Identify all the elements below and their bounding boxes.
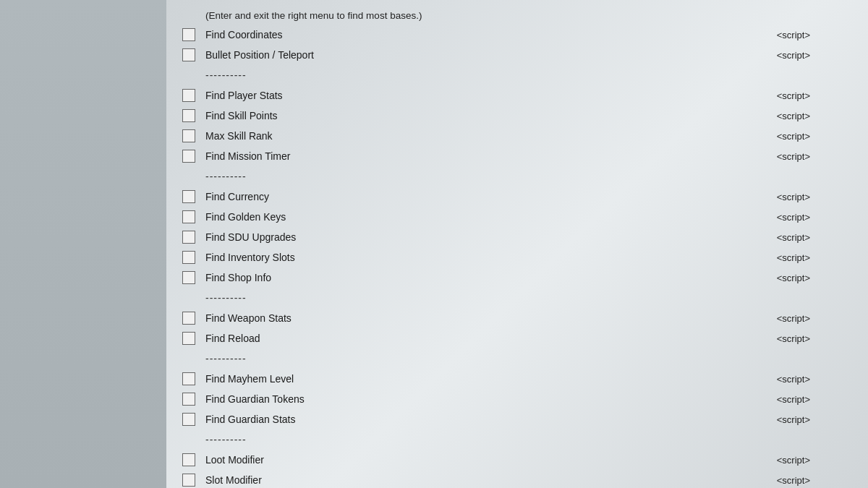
list-item: Max Skill Rank <script>: [181, 126, 854, 146]
item-checkbox[interactable]: [182, 231, 195, 244]
item-script: <script>: [777, 151, 854, 162]
items-container: Find Coordinates <script> Bullet Positio…: [181, 25, 854, 488]
item-checkbox[interactable]: [182, 89, 195, 102]
item-script: <script>: [777, 333, 854, 344]
item-label: Find Guardian Tokens: [205, 393, 777, 405]
item-label: Find Skill Points: [205, 110, 777, 121]
item-script: <script>: [777, 232, 854, 243]
item-checkbox[interactable]: [182, 413, 195, 426]
item-label: Find Weapon Stats: [205, 312, 777, 324]
separator-text: ----------: [205, 434, 247, 445]
checkbox-wrapper[interactable]: [181, 452, 197, 468]
item-script: <script>: [777, 374, 854, 385]
separator-row: ----------: [181, 429, 854, 450]
item-label: Find Shop Info: [205, 272, 777, 283]
list-item: Find SDU Upgrades <script>: [181, 227, 854, 247]
item-checkbox[interactable]: [182, 372, 195, 385]
checkbox-wrapper[interactable]: [181, 330, 197, 346]
list-item: Find Inventory Slots <script>: [181, 247, 854, 267]
checkbox-wrapper[interactable]: [181, 128, 197, 144]
checkbox-wrapper[interactable]: [181, 189, 197, 205]
list-item: Loot Modifier <script>: [181, 450, 854, 470]
separator-text: ----------: [205, 292, 247, 304]
item-script: <script>: [777, 414, 854, 425]
list-item: Bullet Position / Teleport <script>: [181, 45, 854, 65]
item-label: Find Mission Timer: [205, 150, 777, 162]
item-script: <script>: [777, 90, 854, 101]
item-checkbox[interactable]: [182, 312, 195, 325]
item-checkbox[interactable]: [182, 48, 195, 61]
item-script: <script>: [777, 192, 854, 202]
item-checkbox[interactable]: [182, 190, 195, 203]
checkbox-wrapper[interactable]: [181, 87, 197, 103]
checkbox-wrapper[interactable]: [181, 229, 197, 245]
item-label: Find Coordinates: [205, 29, 777, 40]
item-script: <script>: [777, 394, 854, 405]
item-checkbox[interactable]: [182, 210, 195, 223]
note-row: (Enter and exit the right menu to find m…: [181, 6, 854, 25]
item-script: <script>: [777, 131, 854, 142]
checkbox-wrapper[interactable]: [181, 411, 197, 427]
item-script: <script>: [777, 30, 854, 40]
item-checkbox[interactable]: [182, 150, 195, 163]
item-checkbox[interactable]: [182, 474, 195, 487]
item-script: <script>: [777, 313, 854, 324]
item-label: Find SDU Upgrades: [205, 231, 777, 243]
separator-checkbox-placeholder: [181, 290, 197, 306]
item-label: Find Inventory Slots: [205, 252, 777, 263]
separator-row: ----------: [181, 348, 854, 369]
list-item: Find Guardian Tokens <script>: [181, 389, 854, 409]
item-script: <script>: [777, 475, 854, 486]
item-label: Find Golden Keys: [205, 211, 777, 223]
item-checkbox[interactable]: [182, 28, 195, 41]
item-checkbox[interactable]: [182, 129, 195, 142]
separator-row: ----------: [181, 65, 854, 85]
item-label: Max Skill Rank: [205, 130, 777, 142]
list-item: Find Reload <script>: [181, 328, 854, 348]
item-checkbox[interactable]: [182, 271, 195, 284]
separator-text: ----------: [205, 353, 247, 364]
item-label: Loot Modifier: [205, 454, 777, 466]
item-script: <script>: [777, 111, 854, 121]
item-checkbox[interactable]: [182, 393, 195, 406]
list-item: Find Mission Timer <script>: [181, 146, 854, 166]
checkbox-wrapper[interactable]: [181, 310, 197, 326]
separator-text: ----------: [205, 69, 247, 81]
item-script: <script>: [777, 50, 854, 61]
item-label: Find Player Stats: [205, 90, 777, 101]
checkbox-wrapper[interactable]: [181, 472, 197, 488]
item-script: <script>: [777, 252, 854, 263]
list-item: Find Guardian Stats <script>: [181, 409, 854, 429]
checkbox-wrapper[interactable]: [181, 27, 197, 43]
list-item: Find Player Stats <script>: [181, 85, 854, 106]
list-item: Find Coordinates <script>: [181, 25, 854, 45]
item-checkbox[interactable]: [182, 109, 195, 122]
list-item: Find Weapon Stats <script>: [181, 308, 854, 328]
item-script: <script>: [777, 212, 854, 223]
checkbox-wrapper[interactable]: [181, 47, 197, 63]
main-content: (Enter and exit the right menu to find m…: [166, 0, 868, 488]
checkbox-wrapper[interactable]: [181, 391, 197, 407]
item-label: Bullet Position / Teleport: [205, 49, 777, 61]
item-checkbox[interactable]: [182, 251, 195, 264]
item-label: Slot Modifier: [205, 474, 777, 486]
separator-checkbox-placeholder: [181, 351, 197, 367]
item-checkbox[interactable]: [182, 453, 195, 466]
checkbox-wrapper[interactable]: [181, 371, 197, 387]
separator-row: ----------: [181, 288, 854, 308]
separator-checkbox-placeholder: [181, 432, 197, 448]
list-item: Find Mayhem Level <script>: [181, 369, 854, 389]
item-label: Find Mayhem Level: [205, 373, 777, 385]
checkbox-wrapper[interactable]: [181, 148, 197, 164]
list-item: Find Golden Keys <script>: [181, 207, 854, 227]
item-label: Find Guardian Stats: [205, 414, 777, 425]
separator-checkbox-placeholder: [181, 67, 197, 83]
checkbox-wrapper[interactable]: [181, 108, 197, 124]
checkbox-wrapper[interactable]: [181, 249, 197, 265]
separator-checkbox-placeholder: [181, 168, 197, 184]
item-label: Find Reload: [205, 333, 777, 344]
item-checkbox[interactable]: [182, 332, 195, 345]
checkbox-wrapper[interactable]: [181, 209, 197, 225]
checkbox-wrapper[interactable]: [181, 270, 197, 286]
left-panel: [0, 0, 166, 488]
